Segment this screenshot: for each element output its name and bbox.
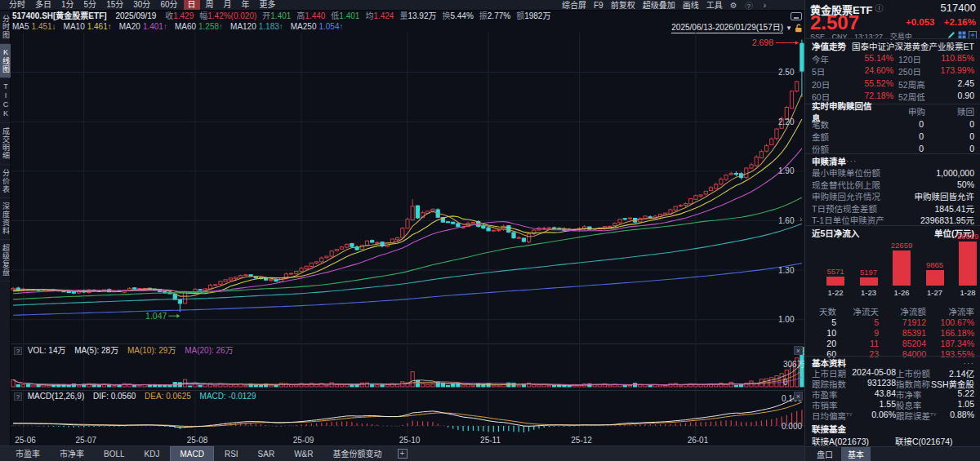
flow-bar-value: 9865 bbox=[917, 260, 953, 269]
caret-down-icon[interactable]: ▼ bbox=[786, 24, 792, 33]
help-circle-icon[interactable]: ? bbox=[745, 2, 753, 10]
right-tab-盘口[interactable]: 盘口 bbox=[810, 447, 840, 461]
help-icon[interactable]: ? bbox=[14, 347, 22, 355]
sidebar-item-成交明细[interactable]: 成交明细 bbox=[0, 123, 11, 165]
info-field-label: 均 bbox=[365, 11, 373, 20]
add-indicator-icon[interactable]: + bbox=[398, 449, 408, 459]
toolbar-button-超级叠加[interactable]: 超级叠加 bbox=[643, 0, 675, 11]
flow-table-cell: 10 bbox=[812, 328, 836, 338]
sidebar-item-深度资料[interactable]: 深度资料 bbox=[0, 198, 11, 240]
unlock-icon[interactable] bbox=[795, 24, 803, 33]
flow-bar-value: 22659 bbox=[884, 241, 920, 250]
feeder-fund-c[interactable]: 联接C(021674) bbox=[895, 435, 953, 447]
toolbar-button-综合屏[interactable]: 综合屏 bbox=[562, 0, 586, 11]
x-axis-label: 25-12 bbox=[571, 436, 592, 445]
info-field-label: 振 bbox=[479, 11, 488, 20]
indicator-tab-SAR[interactable]: SAR bbox=[249, 447, 284, 461]
period-tab-30分[interactable]: 30分 bbox=[129, 0, 154, 10]
sidebar-item-分价表[interactable]: 分价表 bbox=[0, 165, 11, 198]
period-tab-15分[interactable]: 15分 bbox=[102, 0, 127, 10]
info-field-value: 1.424 bbox=[373, 11, 394, 20]
svg-text:1.90: 1.90 bbox=[778, 166, 795, 175]
flow-table-cell: 187.34% bbox=[926, 339, 974, 348]
help-icon[interactable]: ? bbox=[14, 392, 22, 401]
flow-table-cell: 85391 bbox=[879, 328, 926, 338]
info-field-value: 1.401 bbox=[270, 11, 291, 20]
close-macd-pane-button[interactable]: × bbox=[794, 392, 803, 401]
gear-icon[interactable]: ⚙ bbox=[730, 0, 737, 11]
sidebar-item-超级复盘[interactable]: 超级复盘 bbox=[0, 240, 11, 281]
mini-window-icon[interactable] bbox=[791, 12, 802, 20]
candlestick-pane[interactable]: 2.502.201.901.601.301.002.6981.047 bbox=[11, 33, 804, 343]
feeder-fund-section: 联接基金 联接A(021673) 联接C(021674) bbox=[805, 423, 980, 447]
flow-bar bbox=[860, 277, 878, 286]
sidebar-item-K线图[interactable]: K线图 bbox=[0, 44, 11, 78]
period-tab-更多[interactable]: 更多 bbox=[256, 0, 280, 10]
list-row: 现金替代比例上限50% bbox=[812, 179, 974, 191]
info-icon[interactable]: ⓘ bbox=[875, 4, 884, 13]
redeem-col: 赎回 bbox=[925, 105, 974, 117]
period-tab-60分[interactable]: 60分 bbox=[156, 0, 181, 10]
svg-text:0.000: 0.000 bbox=[782, 422, 802, 431]
indicator-tab-RSI[interactable]: RSI bbox=[216, 447, 247, 461]
close-volume-pane-button[interactable]: × bbox=[794, 346, 803, 355]
sidebar-item-分时图[interactable]: 分时图 bbox=[0, 11, 11, 44]
period-tab-日[interactable]: 日 bbox=[184, 0, 200, 10]
toolbar-button-工具[interactable]: 工具 bbox=[706, 0, 723, 11]
ma-label: MA60 bbox=[175, 22, 196, 31]
indicator-tab-W&R[interactable]: W&R bbox=[285, 447, 322, 461]
perf-value: 55.52% bbox=[864, 78, 893, 91]
info-fields: 收1.429幅1.42%(0.020)开1.401高1.440低1.401均1.… bbox=[165, 11, 556, 20]
macd-dea: DEA: 0.0625 bbox=[145, 392, 191, 401]
chevron-right-icon[interactable]: › bbox=[764, 0, 766, 11]
indicator-tab-KDJ[interactable]: KDJ bbox=[136, 447, 169, 461]
flow-bar bbox=[926, 270, 944, 286]
indicator-tab-MACD[interactable]: MACD bbox=[170, 446, 213, 461]
toolbar-button-F9[interactable]: F9 bbox=[594, 0, 604, 11]
period-tab-1分[interactable]: 1分 bbox=[57, 0, 78, 10]
ma-value: 1.401↑ bbox=[143, 22, 167, 31]
toolbar-right: 综合屏F9前复权超级叠加画线工具⚙?› bbox=[562, 0, 766, 11]
net-inflow-bar-chart: 55711-2251971-23226591-2698651-27286191-… bbox=[812, 238, 974, 308]
feeder-fund-a[interactable]: 联接A(021673) bbox=[812, 435, 869, 447]
volume-pane[interactable]: ? VOL: 14万 MA(5): 28万 MA(10): 29万 MA(20)… bbox=[11, 345, 804, 390]
candlestick-chart[interactable]: 2.502.201.901.601.301.002.6981.047 bbox=[11, 33, 804, 343]
sidebar-item-TICK[interactable]: TICK bbox=[0, 78, 11, 123]
flow-bar-date: 1-27 bbox=[917, 288, 953, 297]
indicator-tab-BOLL[interactable]: BOLL bbox=[95, 447, 134, 461]
ma-value: 1.183↑ bbox=[259, 22, 283, 31]
basic-label: 跟踪误差TY bbox=[896, 410, 937, 422]
indicator-tab-基金份额变动[interactable]: 基金份额变动 bbox=[324, 447, 391, 461]
toolbar-button-前复权[interactable]: 前复权 bbox=[611, 0, 635, 11]
toolbar-button-画线[interactable]: 画线 bbox=[683, 0, 699, 11]
x-axis-label: 26-01 bbox=[688, 436, 709, 445]
indicator-tab-bar: 市盈率市净率BOLLKDJMACDRSISARW&R基金份额变动+ bbox=[0, 445, 815, 461]
x-axis-label: 25-11 bbox=[480, 436, 501, 445]
period-tab-分时[interactable]: 分时 bbox=[5, 0, 29, 10]
svg-text:306万: 306万 bbox=[783, 360, 804, 369]
indicator-tab-市盈率[interactable]: 市盈率 bbox=[7, 447, 49, 461]
perf-label: 52周高 bbox=[898, 78, 925, 91]
period-tab-周[interactable]: 周 bbox=[202, 0, 218, 10]
change-value: +0.053 bbox=[906, 17, 935, 27]
period-tab-多日[interactable]: 多日 bbox=[31, 0, 56, 10]
info-field-value: 1.401 bbox=[339, 11, 359, 20]
flow-table-row: 5571912100.67% bbox=[812, 317, 974, 327]
price-info-bar: 517400.SH[黄金股票ETF] 2025/09/19 收1.429幅1.4… bbox=[12, 11, 556, 21]
period-tab-月[interactable]: 月 bbox=[220, 0, 236, 10]
perf-label: 20日 bbox=[812, 78, 830, 91]
right-tab-基本[interactable]: 基本 bbox=[841, 447, 871, 461]
macd-pane[interactable]: ? MACD(12,26,9) DIF: 0.0560 DEA: 0.0625 … bbox=[11, 391, 804, 436]
perf-value: 24.60% bbox=[864, 65, 893, 78]
period-tab-年[interactable]: 年 bbox=[238, 0, 254, 10]
collapse-panel-chevron[interactable]: › bbox=[800, 215, 802, 224]
info-field-value: 1.42%(0.020) bbox=[207, 11, 256, 20]
basic-value: 0.88% bbox=[950, 410, 974, 422]
quote-header: 黄金股票ETF ⓘ 517400 2.507 +0.053 +2.16% SSE… bbox=[805, 0, 980, 38]
more-button[interactable]: ··· bbox=[846, 156, 858, 166]
info-field-label: 开 bbox=[262, 11, 270, 20]
period-tab-5分[interactable]: 5分 bbox=[80, 0, 101, 10]
nav-performance-section: 净值走势 国泰中证沪深港黄金产业股票ET 今年55.14%120日110.85%… bbox=[805, 40, 980, 104]
indicator-tab-市净率[interactable]: 市净率 bbox=[51, 447, 93, 461]
more-button[interactable]: ··· bbox=[964, 358, 975, 368]
